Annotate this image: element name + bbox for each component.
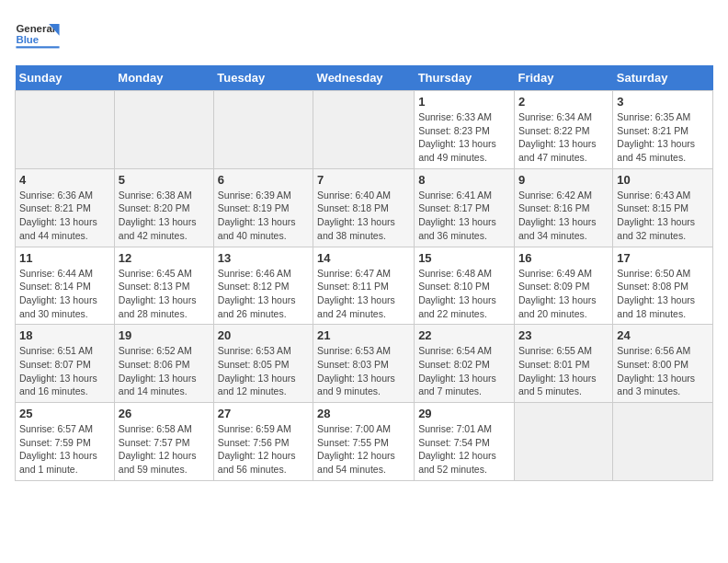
day-number: 22 (418, 328, 510, 342)
calendar-cell: 6Sunrise: 6:39 AMSunset: 8:19 PMDaylight… (213, 168, 313, 247)
calendar-week-row: 18Sunrise: 6:51 AMSunset: 8:07 PMDayligh… (16, 325, 713, 403)
day-details: Sunrise: 6:56 AMSunset: 8:00 PMDaylight:… (617, 344, 709, 398)
calendar-cell (16, 91, 115, 169)
day-number: 4 (19, 173, 110, 187)
day-details: Sunrise: 7:01 AMSunset: 7:54 PMDaylight:… (418, 422, 510, 477)
calendar-cell: 21Sunrise: 6:53 AMSunset: 8:03 PMDayligh… (313, 325, 415, 403)
day-number: 11 (19, 251, 110, 265)
day-number: 15 (418, 251, 510, 265)
calendar-cell: 10Sunrise: 6:43 AMSunset: 8:15 PMDayligh… (613, 168, 713, 247)
day-number: 7 (317, 173, 410, 187)
calendar-cell: 29Sunrise: 7:01 AMSunset: 7:54 PMDayligh… (415, 403, 515, 481)
weekday-header-sunday: Sunday (16, 65, 115, 91)
day-number: 27 (218, 407, 309, 420)
calendar-cell: 13Sunrise: 6:46 AMSunset: 8:12 PMDayligh… (213, 247, 313, 325)
calendar-cell (514, 403, 612, 481)
day-details: Sunrise: 6:40 AMSunset: 8:18 PMDaylight:… (317, 189, 410, 243)
weekday-header-saturday: Saturday (613, 65, 713, 91)
day-number: 21 (317, 328, 410, 342)
calendar-cell: 2Sunrise: 6:34 AMSunset: 8:22 PMDaylight… (514, 91, 612, 169)
calendar-cell: 25Sunrise: 6:57 AMSunset: 7:59 PMDayligh… (16, 403, 115, 481)
calendar-cell: 11Sunrise: 6:44 AMSunset: 8:14 PMDayligh… (16, 247, 115, 325)
day-number: 28 (317, 407, 410, 420)
weekday-header-thursday: Thursday (415, 65, 515, 91)
calendar-table: SundayMondayTuesdayWednesdayThursdayFrid… (15, 65, 713, 481)
calendar-cell: 8Sunrise: 6:41 AMSunset: 8:17 PMDaylight… (415, 168, 515, 247)
page-header: General Blue (15, 15, 713, 56)
weekday-header-wednesday: Wednesday (313, 65, 415, 91)
day-details: Sunrise: 6:48 AMSunset: 8:10 PMDaylight:… (418, 267, 510, 321)
calendar-cell: 20Sunrise: 6:53 AMSunset: 8:05 PMDayligh… (213, 325, 313, 403)
day-number: 12 (119, 251, 210, 265)
weekday-header-tuesday: Tuesday (213, 65, 313, 91)
calendar-cell: 17Sunrise: 6:50 AMSunset: 8:08 PMDayligh… (613, 247, 713, 325)
calendar-cell: 16Sunrise: 6:49 AMSunset: 8:09 PMDayligh… (514, 247, 612, 325)
logo-svg: General Blue (15, 15, 61, 56)
calendar-cell: 4Sunrise: 6:36 AMSunset: 8:21 PMDaylight… (16, 168, 115, 247)
day-number: 13 (218, 251, 309, 265)
day-number: 14 (317, 251, 410, 265)
calendar-cell: 14Sunrise: 6:47 AMSunset: 8:11 PMDayligh… (313, 247, 415, 325)
day-number: 10 (617, 173, 709, 187)
day-details: Sunrise: 6:43 AMSunset: 8:15 PMDaylight:… (617, 189, 709, 243)
day-details: Sunrise: 6:41 AMSunset: 8:17 PMDaylight:… (418, 189, 510, 243)
calendar-cell: 1Sunrise: 6:33 AMSunset: 8:23 PMDaylight… (415, 91, 515, 169)
day-details: Sunrise: 6:59 AMSunset: 7:56 PMDaylight:… (218, 422, 309, 477)
day-details: Sunrise: 6:57 AMSunset: 7:59 PMDaylight:… (19, 422, 110, 477)
day-number: 17 (617, 251, 709, 265)
day-details: Sunrise: 6:38 AMSunset: 8:20 PMDaylight:… (119, 189, 210, 243)
day-details: Sunrise: 6:35 AMSunset: 8:21 PMDaylight:… (617, 110, 709, 165)
calendar-cell: 19Sunrise: 6:52 AMSunset: 8:06 PMDayligh… (114, 325, 213, 403)
day-number: 25 (19, 407, 110, 420)
calendar-cell: 18Sunrise: 6:51 AMSunset: 8:07 PMDayligh… (16, 325, 115, 403)
day-details: Sunrise: 6:44 AMSunset: 8:14 PMDaylight:… (19, 267, 110, 321)
weekday-header-monday: Monday (114, 65, 213, 91)
svg-rect-3 (16, 46, 59, 48)
svg-text:Blue: Blue (16, 34, 39, 45)
day-details: Sunrise: 6:39 AMSunset: 8:19 PMDaylight:… (218, 189, 309, 243)
calendar-header-row: SundayMondayTuesdayWednesdayThursdayFrid… (16, 65, 713, 91)
day-number: 9 (518, 173, 609, 187)
calendar-week-row: 4Sunrise: 6:36 AMSunset: 8:21 PMDaylight… (16, 168, 713, 247)
calendar-cell: 28Sunrise: 7:00 AMSunset: 7:55 PMDayligh… (313, 403, 415, 481)
day-number: 8 (418, 173, 510, 187)
calendar-cell: 22Sunrise: 6:54 AMSunset: 8:02 PMDayligh… (415, 325, 515, 403)
day-details: Sunrise: 6:51 AMSunset: 8:07 PMDaylight:… (19, 344, 110, 398)
day-number: 20 (218, 328, 309, 342)
calendar-week-row: 1Sunrise: 6:33 AMSunset: 8:23 PMDaylight… (16, 91, 713, 169)
calendar-cell (613, 403, 713, 481)
calendar-cell: 27Sunrise: 6:59 AMSunset: 7:56 PMDayligh… (213, 403, 313, 481)
day-details: Sunrise: 6:47 AMSunset: 8:11 PMDaylight:… (317, 267, 410, 321)
day-number: 24 (617, 328, 709, 342)
calendar-week-row: 25Sunrise: 6:57 AMSunset: 7:59 PMDayligh… (16, 403, 713, 481)
day-number: 23 (518, 328, 609, 342)
calendar-week-row: 11Sunrise: 6:44 AMSunset: 8:14 PMDayligh… (16, 247, 713, 325)
day-number: 16 (518, 251, 609, 265)
day-number: 2 (518, 95, 609, 109)
calendar-cell: 15Sunrise: 6:48 AMSunset: 8:10 PMDayligh… (415, 247, 515, 325)
calendar-cell (114, 91, 213, 169)
calendar-cell: 7Sunrise: 6:40 AMSunset: 8:18 PMDaylight… (313, 168, 415, 247)
day-details: Sunrise: 6:53 AMSunset: 8:03 PMDaylight:… (317, 344, 410, 398)
calendar-cell: 3Sunrise: 6:35 AMSunset: 8:21 PMDaylight… (613, 91, 713, 169)
calendar-cell: 24Sunrise: 6:56 AMSunset: 8:00 PMDayligh… (613, 325, 713, 403)
day-details: Sunrise: 6:53 AMSunset: 8:05 PMDaylight:… (218, 344, 309, 398)
day-details: Sunrise: 6:34 AMSunset: 8:22 PMDaylight:… (518, 110, 609, 165)
calendar-cell: 5Sunrise: 6:38 AMSunset: 8:20 PMDaylight… (114, 168, 213, 247)
day-details: Sunrise: 6:52 AMSunset: 8:06 PMDaylight:… (119, 344, 210, 398)
day-details: Sunrise: 6:54 AMSunset: 8:02 PMDaylight:… (418, 344, 510, 398)
day-details: Sunrise: 7:00 AMSunset: 7:55 PMDaylight:… (317, 422, 410, 477)
calendar-cell (213, 91, 313, 169)
day-details: Sunrise: 6:49 AMSunset: 8:09 PMDaylight:… (518, 267, 609, 321)
day-number: 6 (218, 173, 309, 187)
day-number: 3 (617, 95, 709, 109)
day-details: Sunrise: 6:46 AMSunset: 8:12 PMDaylight:… (218, 267, 309, 321)
day-details: Sunrise: 6:58 AMSunset: 7:57 PMDaylight:… (119, 422, 210, 477)
calendar-cell: 26Sunrise: 6:58 AMSunset: 7:57 PMDayligh… (114, 403, 213, 481)
day-details: Sunrise: 6:55 AMSunset: 8:01 PMDaylight:… (518, 344, 609, 398)
day-details: Sunrise: 6:36 AMSunset: 8:21 PMDaylight:… (19, 189, 110, 243)
calendar-cell: 12Sunrise: 6:45 AMSunset: 8:13 PMDayligh… (114, 247, 213, 325)
calendar-cell (313, 91, 415, 169)
day-details: Sunrise: 6:33 AMSunset: 8:23 PMDaylight:… (418, 110, 510, 165)
day-number: 19 (119, 328, 210, 342)
